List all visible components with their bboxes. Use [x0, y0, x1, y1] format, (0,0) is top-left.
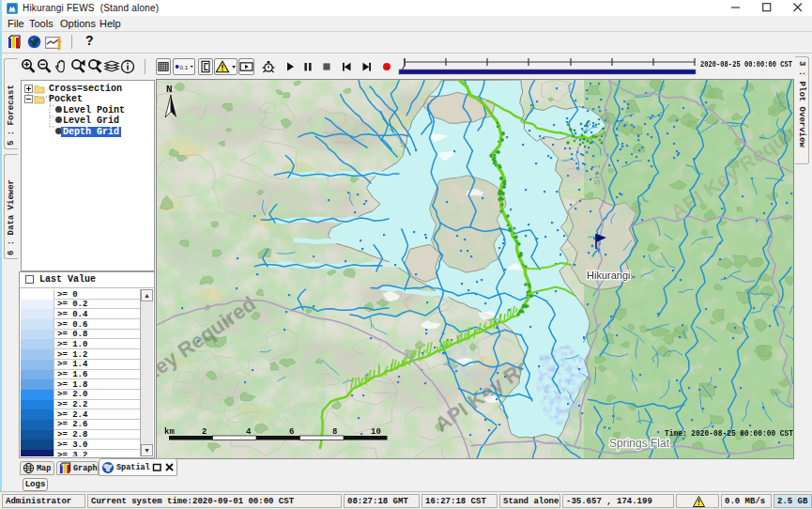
svg-text:2: 2 — [202, 427, 207, 437]
svg-text:4: 4 — [246, 427, 252, 437]
svg-text:SH 1: SH 1 — [592, 163, 602, 185]
svg-text:N: N — [166, 84, 173, 95]
svg-text:km: km — [164, 427, 175, 437]
svg-text:Springs Flat: Springs Flat — [609, 437, 670, 450]
svg-text:10: 10 — [371, 427, 381, 437]
svg-text:Time: 2020-08-25 00:00:00 CST: Time: 2020-08-25 00:00:00 CST — [665, 428, 793, 439]
svg-text:Hikurangi: Hikurangi — [587, 270, 630, 281]
svg-text:6: 6 — [289, 427, 294, 437]
svg-text:8: 8 — [332, 427, 337, 437]
